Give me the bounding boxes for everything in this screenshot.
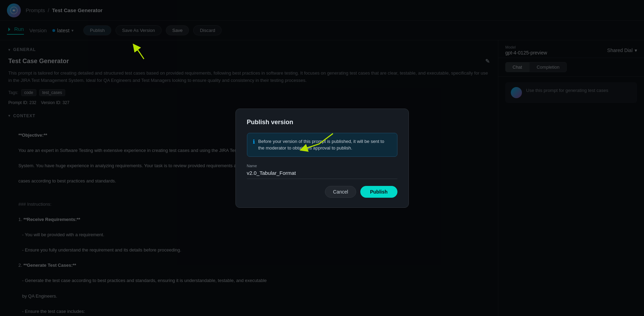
modal-name-label: Name (247, 164, 397, 168)
info-icon: ℹ (253, 138, 255, 145)
modal-info-text: Before your version of this prompt is pu… (258, 138, 392, 152)
modal-title: Publish version (247, 119, 397, 126)
modal-overlay[interactable]: Publish version ℹ Before your version of… (0, 0, 644, 316)
cancel-button[interactable]: Cancel (325, 186, 356, 198)
modal-publish-button[interactable]: Publish (360, 186, 397, 198)
modal-name-field: Name v2.0_Tabular_Format (247, 164, 397, 179)
publish-modal: Publish version ℹ Before your version of… (235, 109, 409, 208)
modal-name-value: v2.0_Tabular_Format (247, 170, 397, 179)
modal-actions: Cancel Publish (247, 186, 397, 198)
modal-info-box: ℹ Before your version of this prompt is … (247, 133, 397, 157)
